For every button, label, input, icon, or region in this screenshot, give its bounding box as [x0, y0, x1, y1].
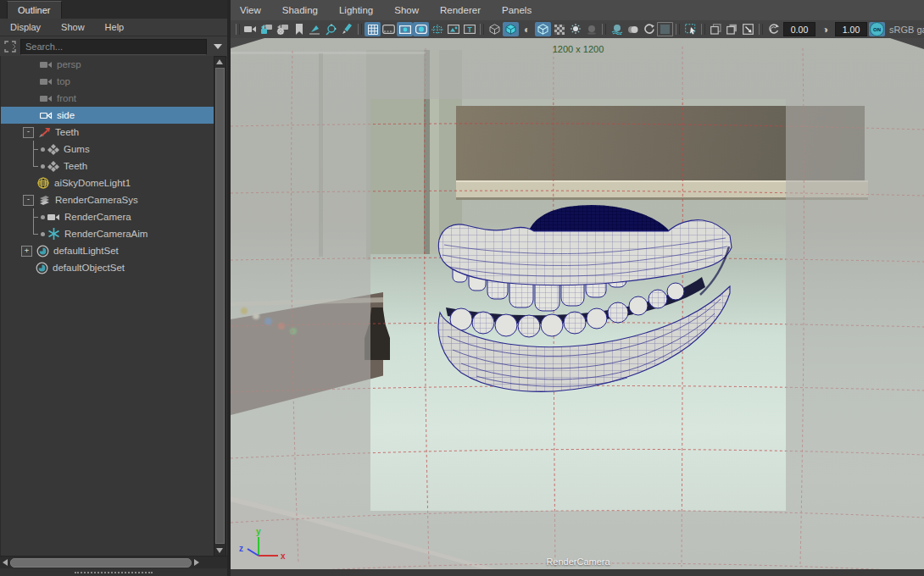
- safe-action-button[interactable]: [445, 22, 461, 36]
- outliner-tab-bar: Outliner: [0, 0, 227, 19]
- menu-lighting[interactable]: Lighting: [339, 5, 373, 15]
- ssao-toggle-button[interactable]: [609, 22, 625, 36]
- exposure-icon[interactable]: [765, 22, 782, 36]
- camera-name-label: RenderCamera: [370, 557, 786, 567]
- mesh-icon: [47, 161, 59, 172]
- gamma-value-field[interactable]: 1.00: [835, 22, 867, 36]
- scroll-left-icon[interactable]: [3, 559, 8, 566]
- locator-icon: [47, 228, 60, 240]
- camera-lock-button[interactable]: [259, 22, 275, 36]
- wireframe-on-shaded-button[interactable]: [535, 22, 551, 36]
- use-default-material-button[interactable]: [551, 22, 567, 36]
- teeth-wireframe-model[interactable]: y x z: [231, 38, 924, 576]
- outliner-tab-label: Outliner: [18, 5, 51, 15]
- search-input[interactable]: [21, 42, 206, 52]
- field-chart-button[interactable]: [429, 22, 445, 36]
- axis-x-label: x: [281, 551, 286, 561]
- tab-outliner[interactable]: Outliner: [7, 1, 62, 19]
- layer-buffer-button[interactable]: [724, 22, 740, 36]
- outliner-row-top[interactable]: top: [1, 73, 214, 90]
- scroll-right-icon[interactable]: [194, 559, 199, 566]
- safe-title-button[interactable]: T: [461, 22, 477, 36]
- menu-help[interactable]: Help: [105, 22, 125, 32]
- grid-toggle-button[interactable]: [365, 22, 381, 36]
- camera-icon: [40, 94, 53, 103]
- isolate-select-button[interactable]: [682, 22, 699, 36]
- outliner-row-defaultlightset[interactable]: + defaultLightSet: [1, 242, 214, 259]
- film-gate-button[interactable]: [381, 22, 397, 36]
- shadows-toggle-button[interactable]: [583, 22, 599, 36]
- outliner-panel: Outliner Display Show Help: [0, 0, 227, 576]
- axis-z-label: z: [239, 544, 243, 553]
- camera-icon: [47, 213, 60, 222]
- snapshot-buffer-button[interactable]: [708, 22, 724, 36]
- filter-icon[interactable]: [3, 40, 17, 53]
- outliner-row-gums[interactable]: Gums: [1, 141, 214, 158]
- view-transform-toggle[interactable]: ON: [869, 22, 885, 36]
- collapse-expander-icon[interactable]: -: [23, 195, 34, 206]
- viewport-toolbar: T ◐ 0.00 ◑ 1.00 ON sRGB: [231, 20, 924, 39]
- scroll-down-icon[interactable]: [216, 548, 223, 553]
- search-field[interactable]: [20, 39, 207, 55]
- panel-resize-grip[interactable]: [0, 568, 227, 576]
- gamma-icon[interactable]: ◑: [817, 22, 833, 36]
- outliner-row-teeth-group[interactable]: - Teeth: [1, 124, 214, 141]
- mesh-icon: [47, 144, 59, 155]
- draw-tool-button[interactable]: [339, 22, 355, 36]
- resolution-gate-button[interactable]: [397, 22, 413, 36]
- set-icon: [36, 262, 48, 274]
- set-icon: [36, 245, 49, 258]
- dof-toggle-button[interactable]: [625, 22, 641, 36]
- group-icon: [38, 195, 51, 206]
- outliner-row-teeth-child[interactable]: Teeth: [1, 158, 214, 174]
- outliner-row-front[interactable]: front: [1, 90, 214, 107]
- outliner-row-rendercamera[interactable]: RenderCamera: [1, 208, 214, 225]
- viewport-canvas[interactable]: y x z 1200 x 1200 RenderCamera: [231, 38, 924, 576]
- maximize-viewport-button[interactable]: [740, 22, 756, 36]
- svg-text:T: T: [467, 25, 472, 34]
- viewport-panel: View Shading Lighting Show Renderer Pane…: [231, 0, 924, 576]
- outliner-row-rendercamerasys[interactable]: - RenderCameraSys: [1, 191, 214, 208]
- viewport-menubar: View Shading Lighting Show Renderer Pane…: [231, 0, 924, 20]
- grease-pencil-button[interactable]: [307, 22, 323, 36]
- camera-icon: [40, 111, 53, 120]
- outliner-row-skydome[interactable]: aiSkyDomeLight1: [1, 174, 214, 191]
- motion-blur-toggle-button[interactable]: [641, 22, 657, 36]
- outliner-row-persp[interactable]: persp: [1, 56, 214, 73]
- wireframe-mode-button[interactable]: [487, 22, 503, 36]
- vertical-scrollbar[interactable]: [214, 56, 226, 557]
- gate-mask-button[interactable]: [413, 22, 429, 36]
- horizontal-scroll-handle[interactable]: [10, 558, 192, 568]
- menu-display[interactable]: Display: [10, 22, 41, 32]
- colorspace-label[interactable]: sRGB ga: [889, 25, 924, 35]
- scroll-up-icon[interactable]: [216, 59, 223, 64]
- outliner-tree: persp top front side: [0, 56, 214, 557]
- expand-expander-icon[interactable]: +: [21, 246, 32, 257]
- collapse-expander-icon[interactable]: -: [23, 127, 34, 138]
- axis-gadget: [248, 537, 278, 556]
- pan-zoom-tool-button[interactable]: [323, 22, 339, 36]
- horizontal-scrollbar[interactable]: [0, 556, 227, 568]
- menu-show[interactable]: Show: [394, 5, 419, 15]
- menu-shading[interactable]: Shading: [282, 5, 318, 15]
- camera-attributes-button[interactable]: [275, 22, 291, 36]
- menu-panels[interactable]: Panels: [502, 5, 532, 15]
- camera-icon: [40, 77, 53, 86]
- smooth-shade-mode-button[interactable]: [503, 22, 519, 36]
- textured-mode-button[interactable]: ◐: [519, 22, 535, 36]
- outliner-row-defaultobjectset[interactable]: defaultObjectSet: [1, 259, 214, 276]
- menu-view[interactable]: View: [240, 5, 261, 15]
- menu-renderer[interactable]: Renderer: [440, 5, 481, 15]
- menu-show[interactable]: Show: [61, 22, 85, 32]
- search-dropdown-icon[interactable]: [214, 44, 222, 49]
- maya-window: Outliner Display Show Help: [0, 0, 924, 576]
- bookmark-button[interactable]: [291, 22, 307, 36]
- exposure-value-field[interactable]: 0.00: [783, 22, 815, 36]
- camera-select-button[interactable]: [242, 22, 259, 36]
- vertical-scroll-handle[interactable]: [215, 68, 225, 544]
- outliner-row-rendercameraaim[interactable]: RenderCameraAim: [1, 225, 214, 242]
- outliner-row-side[interactable]: side: [1, 107, 214, 124]
- fog-toggle-button[interactable]: [657, 22, 673, 36]
- lighting-toggle-button[interactable]: [567, 22, 583, 36]
- outliner-menubar: Display Show Help: [0, 19, 227, 36]
